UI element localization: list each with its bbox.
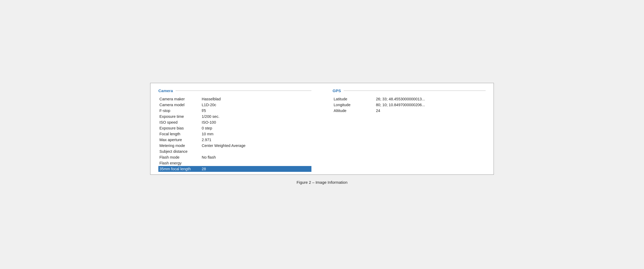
table-row: Camera model L1D-20c (158, 102, 311, 108)
row-value (201, 160, 311, 166)
row-value: 24 (375, 108, 486, 114)
table-row: Metering mode Center Weighted Average (158, 143, 311, 149)
row-label: Focal length (158, 131, 201, 137)
row-value: Center Weighted Average (201, 143, 311, 149)
row-value: No flash (201, 154, 311, 160)
row-label: Flash mode (158, 154, 201, 160)
row-label: Subject distance (158, 149, 201, 154)
gps-section-title: GPS (333, 88, 344, 93)
table-row: Exposure time 1/200 sec. (158, 114, 311, 119)
row-label: F-stop (158, 108, 201, 114)
selected-row-label: 35mm focal length (158, 166, 201, 172)
figure-caption: Figure 2 – Image Information (150, 178, 494, 186)
camera-section: Camera Camera maker Hasselblad Camera mo… (158, 88, 322, 172)
gps-section: GPS Latitude 26; 33; 48.4553000000013...… (322, 88, 486, 172)
row-value: L1D-20c (201, 102, 311, 108)
camera-section-header: Camera (158, 88, 311, 93)
gps-section-header: GPS (333, 88, 486, 93)
row-label: Altitude (333, 108, 375, 114)
outer-wrapper: Camera Camera maker Hasselblad Camera mo… (150, 83, 494, 186)
table-row: Altitude 24 (333, 108, 486, 114)
gps-table: Latitude 26; 33; 48.4553000000013... Lon… (333, 96, 486, 114)
table-row: ISO speed ISO-100 (158, 119, 311, 125)
row-label: Flash energy (158, 160, 201, 166)
table-row: Longitude 80; 10; 10.8497000000206... (333, 102, 486, 108)
camera-section-line (176, 91, 311, 91)
table-row: Camera maker Hasselblad (158, 96, 311, 102)
camera-table: Camera maker Hasselblad Camera model L1D… (158, 96, 311, 172)
row-value: f/5 (201, 108, 311, 114)
row-value: 1/200 sec. (201, 114, 311, 119)
row-label: Camera maker (158, 96, 201, 102)
table-row: Exposure bias 0 step (158, 125, 311, 131)
row-value: 0 step (201, 125, 311, 131)
row-value (201, 149, 311, 154)
row-label: Longitude (333, 102, 375, 108)
selected-row-value: 28 (201, 166, 311, 172)
table-row: Subject distance (158, 149, 311, 154)
selected-table-row[interactable]: 35mm focal length 28 (158, 166, 311, 172)
row-value: 2.971 (201, 137, 311, 143)
table-row: Latitude 26; 33; 48.4553000000013... (333, 96, 486, 102)
row-label: Latitude (333, 96, 375, 102)
row-label: Camera model (158, 102, 201, 108)
row-label: ISO speed (158, 119, 201, 125)
gps-section-line (344, 91, 486, 91)
row-label: Exposure bias (158, 125, 201, 131)
info-panel: Camera Camera maker Hasselblad Camera mo… (150, 83, 494, 175)
row-label: Max aperture (158, 137, 201, 143)
table-row: Max aperture 2.971 (158, 137, 311, 143)
row-value: ISO-100 (201, 119, 311, 125)
row-label: Exposure time (158, 114, 201, 119)
row-value: Hasselblad (201, 96, 311, 102)
table-row: F-stop f/5 (158, 108, 311, 114)
camera-section-title: Camera (158, 88, 176, 93)
table-row: Flash mode No flash (158, 154, 311, 160)
table-row: Focal length 10 mm (158, 131, 311, 137)
row-value: 10 mm (201, 131, 311, 137)
row-label: Metering mode (158, 143, 201, 149)
table-row: Flash energy (158, 160, 311, 166)
row-value: 80; 10; 10.8497000000206... (375, 102, 486, 108)
row-value: 26; 33; 48.4553000000013... (375, 96, 486, 102)
